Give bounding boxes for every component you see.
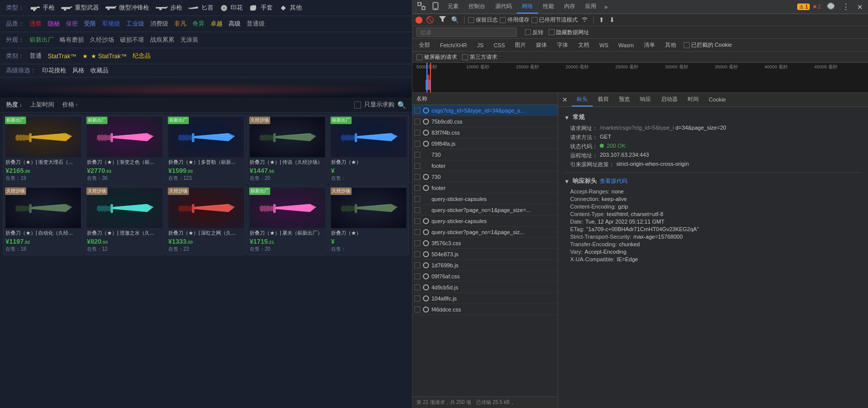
sort-price[interactable]: 价格 ↑ [62,100,78,109]
view-source-link[interactable]: 查看源代码 [600,177,627,185]
item-card-5[interactable]: 久经沙场 折叠刀（★）| 自动化（久经... ¥1197.92 在售：18 [3,185,83,255]
q-consumer[interactable]: 消费级 [149,19,170,29]
inspect-icon-btn[interactable] [414,0,428,14]
tab-elements[interactable]: 元素 [443,0,464,14]
net-row-css2[interactable]: 83f7f4b.css [412,127,558,138]
record-btn[interactable] [415,17,422,24]
row-checkbox-1[interactable] [414,119,420,125]
adv-style[interactable]: 风格 [72,66,84,75]
row-checkbox-10[interactable] [414,218,420,224]
type-patch[interactable]: 印花 [218,3,244,13]
net-row-sticker_query2[interactable]: query-sticker?page_no=1&page_siz... [412,227,558,238]
net-row-num2[interactable]: 730 [412,171,558,182]
item-card-8[interactable]: 崭新出厂 折叠刀（★）| 屠夫（崭新出厂） ¥1715.21 在售：20 [247,185,328,255]
detail-close-btn[interactable]: ✕ [558,93,572,106]
items-scroll-area[interactable]: 崭新出厂 折叠刀（★）| 渐变大理石（... ¥2165.98 在售：19 [0,113,412,408]
net-row-css5[interactable]: f46ddce.css [412,304,558,315]
row-checkbox-8[interactable] [414,196,420,202]
adv-sticker-search[interactable]: 印花搜枪 [42,66,66,75]
cat-star-stattrak[interactable]: ★ ★ StatTrak™ [81,52,128,60]
blocked-req-checkbox[interactable]: 被屏蔽的请求 [416,53,457,61]
tab-more[interactable]: » [601,1,611,13]
detail-tab-initiator[interactable]: 启动器 [656,93,683,107]
q-distinguished[interactable]: 卓越 [209,19,224,29]
network-list-body[interactable]: csgo?ctg_id=5&type_id=34&page_s... 75b9c… [412,105,558,396]
q-banned[interactable]: 违禁 [28,19,43,29]
tab-sources[interactable]: 源代码 [490,0,517,14]
item-card-0[interactable]: 崭新出厂 折叠刀（★）| 渐变大理石（... ¥2165.98 在售：19 [3,115,83,184]
type-knife[interactable]: 匕首 [187,3,215,13]
type-rifle[interactable]: 步枪 [154,3,184,13]
detail-tab-preview[interactable]: 预览 [614,93,635,107]
search-network-btn[interactable]: 🔍 [450,16,461,24]
response-arrow[interactable]: ▼ [564,178,570,184]
device-icon-btn[interactable] [428,0,443,14]
type-css[interactable]: CSS [491,41,508,49]
type-pistol[interactable]: 手枪 [28,3,56,13]
sort-heat[interactable]: 热度 ↓ [6,100,22,109]
q-exotic[interactable]: 奇异 [191,19,206,29]
type-ws[interactable]: WS [597,41,611,49]
detail-tab-headers[interactable]: 标头 [572,93,593,107]
type-fetch-xhr[interactable]: Fetch/XHR [438,41,470,49]
row-checkbox-9[interactable] [414,207,420,213]
type-manifest[interactable]: 清单 [641,40,658,50]
q-superior[interactable]: 高级 [227,19,242,29]
type-img[interactable]: 图片 [512,40,528,50]
disable-cache-checkbox[interactable]: 停用缓存 [500,16,529,24]
tab-network[interactable]: 网络 [517,0,538,14]
ext-fn[interactable]: 崭新出厂 [28,35,55,45]
row-checkbox-5[interactable] [414,163,420,169]
net-row-css1[interactable]: 75b9cd0.css [412,116,558,127]
detail-tab-timing[interactable]: 时间 [683,93,704,107]
search-only-checkbox[interactable] [354,101,361,109]
type-smg[interactable]: 微型冲锋枪 [103,3,151,13]
row-checkbox-3[interactable] [414,141,420,147]
tab-memory[interactable]: 内存 [559,0,580,14]
invert-checkbox[interactable]: 反转 [525,29,544,36]
item-card-9[interactable]: 久经沙场 折叠刀（★） ¥ 在售： [329,185,409,255]
net-row-js3[interactable]: 1d7699b.js [412,260,558,271]
type-other[interactable]: 其他 [663,40,679,50]
throttle-checkbox[interactable]: 已停用节流模式 [531,16,578,24]
ext-bs[interactable]: 战痕累累 [149,35,176,45]
net-row-js5[interactable]: 104a8fc.js [412,293,558,304]
net-row-sticker_query[interactable]: query-sticker?page_no=1&page_size=... [412,205,558,216]
ext-mw[interactable]: 略有磨损 [58,35,85,45]
net-row-footer2[interactable]: footer [412,182,558,193]
item-card-3[interactable]: 久经沙场 折叠刀（★）| 传说（久经沙场） ¥1447.55 在售：20 [247,115,328,184]
row-checkbox-4[interactable] [414,152,420,158]
q-common[interactable]: 普通级 [245,19,266,29]
net-row-css4[interactable]: 09f76af.css [412,271,558,282]
close-icon-btn[interactable]: ✕ [854,1,866,13]
q-covert[interactable]: 隐秘 [46,19,61,29]
item-card-2[interactable]: 崭新出厂 折叠刀（★）| 多普勒（崭新... ¥1599.00 在售：123 [166,115,246,184]
row-checkbox-14[interactable] [414,262,420,268]
ext-no-wear[interactable]: 无涂装 [179,35,200,45]
type-heavy[interactable]: 重型武器 [59,3,100,13]
detail-tab-cookies[interactable]: Cookie [704,94,731,106]
detail-tab-response[interactable]: 响应 [635,93,656,107]
row-checkbox-16[interactable] [414,284,420,290]
type-font[interactable]: 字体 [555,40,571,50]
item-card-1[interactable]: 崭新出厂 折叠刀（★）| 渐变之色（崭... ¥2770.93 在售：36 [84,115,165,184]
type-media[interactable]: 媒体 [533,40,550,50]
clear-btn[interactable]: 🚫 [424,16,436,24]
net-row-js1[interactable]: 09f84fa.js [412,138,558,149]
general-arrow[interactable]: ▼ [564,115,570,121]
item-card-4[interactable]: 崭新出厂 折叠刀（★） ¥ 在售： [329,115,409,184]
row-checkbox-12[interactable] [414,240,420,246]
detail-tab-payload[interactable]: 载荷 [593,93,614,107]
preserve-log-checkbox[interactable]: 保留日志 [468,16,498,24]
search-icon-btn[interactable]: 🔍 [397,101,406,109]
ext-ww[interactable]: 破损不堪 [119,35,146,45]
filter-icon-btn[interactable] [438,16,448,24]
net-row-js2[interactable]: 504e873.js [412,249,558,260]
blocked-cookie-checkbox[interactable]: 已拦截的 Cookie [684,41,732,49]
net-row-footer1[interactable]: footer [412,160,558,171]
row-checkbox-18[interactable] [414,307,420,313]
q-restricted[interactable]: 受限 [82,19,97,29]
q-unusual[interactable]: 非凡 [173,19,188,29]
q-industrial[interactable]: 工业级 [125,19,146,29]
tab-application[interactable]: 应用 [580,0,601,14]
